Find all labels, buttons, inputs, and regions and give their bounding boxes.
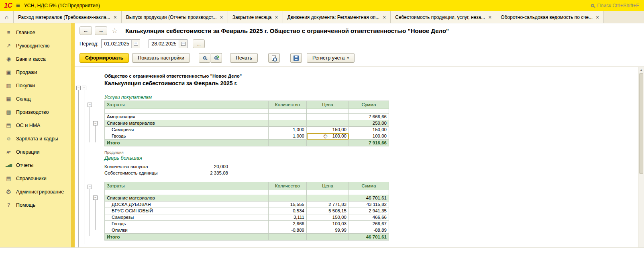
group-collapse-button[interactable]: − (76, 86, 81, 90)
report-cell[interactable]: 266,67 (349, 221, 389, 227)
report-cell[interactable] (269, 120, 307, 127)
report-cell[interactable]: 150,00 (349, 127, 389, 133)
period-to-calendar-button[interactable] (179, 40, 187, 48)
report-cell[interactable] (307, 114, 349, 120)
report-cell[interactable] (349, 190, 389, 195)
column-header[interactable]: Количество (269, 182, 307, 190)
report-cell[interactable]: 100,00 (349, 133, 389, 140)
home-tab[interactable]: ⌂ (0, 11, 14, 23)
register-menu-button[interactable]: Регистр учета ▾ (307, 53, 355, 63)
sidebar-item-catalogs[interactable]: ▤Справочники (0, 172, 75, 185)
report-cell[interactable] (269, 190, 307, 195)
report-cell[interactable] (307, 190, 349, 195)
sidebar-item-warehouse[interactable]: ▦Склад (0, 92, 75, 105)
sidebar-item-purchases[interactable]: ▥Покупки (0, 79, 75, 92)
report-cell[interactable]: -88,89 (349, 227, 389, 234)
report-cell[interactable]: 15,555 (269, 202, 307, 208)
report-cell[interactable]: 1,000 (269, 133, 307, 140)
report-cell[interactable] (349, 109, 389, 114)
global-search[interactable]: Поиск Ctrl+Shift+F (591, 3, 639, 8)
report-cell[interactable] (307, 234, 349, 241)
report-cell[interactable]: Итого (105, 234, 269, 241)
sidebar-item-production[interactable]: ▩Производство (0, 105, 75, 119)
report-cell[interactable]: Гвоздь (105, 221, 269, 227)
sidebar-item-administration[interactable]: ⚙Администрирование (0, 185, 75, 198)
report-cell[interactable] (269, 234, 307, 241)
save-button[interactable] (290, 53, 302, 63)
sidebar-item-operations[interactable]: ДтОперации (0, 145, 75, 158)
document-tab[interactable]: Выпуск продукции (Отчеты производст...× (122, 11, 228, 23)
group-collapse-button[interactable]: − (88, 185, 92, 189)
generate-button[interactable]: Сформировать (79, 53, 129, 63)
sidebar-item-payroll-hr[interactable]: ☺Зарплата и кадры (0, 132, 75, 145)
report-cell[interactable]: 46 701,61 (349, 195, 389, 202)
sidebar-item-manager[interactable]: ↗Руководителю (0, 39, 75, 52)
find-refresh-button[interactable] (210, 53, 222, 63)
report-cell[interactable] (269, 140, 307, 146)
report-cell[interactable] (307, 120, 349, 127)
column-header[interactable]: Количество (269, 101, 307, 109)
tab-close-icon[interactable]: × (488, 14, 491, 20)
show-settings-button[interactable]: Показать настройки (132, 53, 190, 63)
report-cell[interactable]: БРУС ОСИНОВЫЙ (105, 208, 269, 214)
report-cell[interactable]: Итого (105, 140, 269, 146)
column-header[interactable]: Сумма (349, 101, 389, 109)
report-cell[interactable]: 466,66 (349, 214, 389, 221)
report-cell[interactable]: 2,666 (269, 221, 307, 227)
period-to-input[interactable] (149, 41, 179, 47)
report-cell[interactable]: Саморезы (105, 214, 269, 221)
group-collapse-button[interactable]: − (93, 195, 98, 200)
report-cell[interactable]: 46 701,61 (349, 234, 389, 241)
report-cell[interactable] (307, 195, 349, 202)
report-cell[interactable]: Амортизация (105, 114, 269, 120)
document-tab[interactable]: Расход материалов (Требования-накла...× (14, 11, 122, 23)
print-button[interactable]: Печать (230, 53, 258, 63)
preview-button[interactable] (268, 53, 280, 63)
favorite-star-icon[interactable]: ☆ (112, 27, 118, 35)
report-cell[interactable] (269, 114, 307, 120)
report-cell[interactable] (105, 190, 269, 195)
main-menu-icon[interactable]: ≡ (16, 2, 20, 10)
report-cell[interactable]: Гвоздь (105, 133, 269, 140)
report-cell[interactable]: Опилки (105, 227, 269, 234)
report-cell[interactable]: Списание материалов (105, 120, 269, 127)
sidebar-item-sales[interactable]: ▣Продажи (0, 66, 75, 79)
report-cell[interactable] (307, 109, 349, 114)
sidebar-item-help[interactable]: ?Помощь (0, 198, 75, 212)
tab-close-icon[interactable]: × (114, 14, 117, 20)
report-cell[interactable]: 2 771,83 (307, 202, 349, 208)
column-header[interactable]: Цена (307, 101, 349, 109)
tab-close-icon[interactable]: × (383, 14, 386, 20)
document-tab[interactable]: Закрытие месяца× (228, 11, 283, 23)
report-cell[interactable]: 43 115,82 (349, 202, 389, 208)
report-cell[interactable] (269, 195, 307, 202)
scroll-up-icon[interactable]: ▲ (638, 67, 644, 73)
report-cell[interactable] (269, 109, 307, 114)
document-tab[interactable]: Оборотно-сальдовая ведомость по сче...× (496, 11, 604, 23)
sidebar-item-reports[interactable]: ▂▄▆Отчеты (0, 158, 75, 172)
document-tab[interactable]: Себестоимость продукции, услуг, неза...× (391, 11, 496, 23)
report-cell[interactable]: 7 666,66 (349, 114, 389, 120)
vertical-scrollbar[interactable]: ▲ (638, 67, 644, 247)
period-from-calendar-button[interactable] (131, 40, 140, 48)
find-button[interactable] (199, 53, 210, 63)
report-cell[interactable]: ДОСКА ДУБОВАЯ (105, 202, 269, 208)
period-from-input[interactable] (102, 41, 131, 47)
report-cell[interactable]: 100,00+ (307, 133, 349, 140)
tab-close-icon[interactable]: × (220, 14, 223, 20)
back-button[interactable]: ← (79, 26, 92, 35)
report-cell[interactable] (105, 109, 269, 114)
column-header[interactable]: Затраты (105, 101, 269, 109)
report-cell[interactable]: -0,889 (269, 227, 307, 234)
report-cell[interactable]: 150,00 (307, 214, 349, 221)
sidebar-item-main[interactable]: ≡Главное (0, 26, 75, 39)
report-cell[interactable]: Списание материалов (105, 195, 269, 202)
scrollbar-thumb[interactable] (639, 73, 643, 174)
report-cell[interactable]: 5 508,15 (307, 208, 349, 214)
report-cell[interactable]: 0,534 (269, 208, 307, 214)
column-header[interactable]: Сумма (349, 182, 389, 190)
report-cell[interactable]: 250,00 (349, 120, 389, 127)
sidebar-item-fixed-assets[interactable]: ▤ОС и НМА (0, 119, 75, 132)
group-collapse-button[interactable]: − (93, 121, 98, 125)
document-tab[interactable]: Движения документа: Регламентная оп...× (283, 11, 391, 23)
